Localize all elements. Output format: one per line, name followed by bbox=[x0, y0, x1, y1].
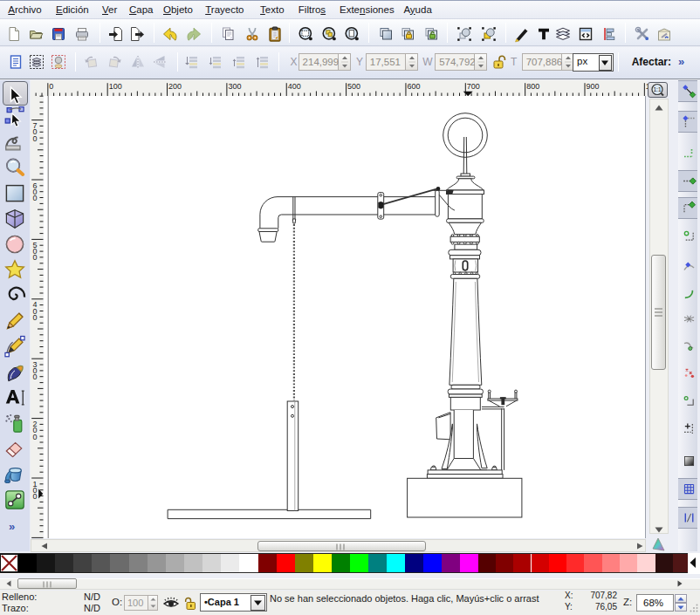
svg-text:1:1: 1:1 bbox=[653, 86, 661, 92]
svg-text:800: 800 bbox=[526, 82, 539, 91]
svg-text:0: 0 bbox=[33, 492, 38, 501]
svg-text:0: 0 bbox=[33, 253, 38, 262]
svg-text:500: 500 bbox=[347, 82, 360, 91]
svg-text:400: 400 bbox=[288, 82, 301, 91]
svg-text:0: 0 bbox=[33, 433, 38, 441]
svg-text:200: 200 bbox=[168, 82, 182, 91]
svg-text:900: 900 bbox=[587, 82, 600, 91]
svg-text:100: 100 bbox=[109, 82, 122, 91]
svg-text:0: 0 bbox=[33, 313, 38, 322]
svg-text:0: 0 bbox=[33, 194, 38, 202]
svg-text:300: 300 bbox=[228, 82, 241, 91]
svg-text:0: 0 bbox=[33, 134, 38, 143]
svg-text:0: 0 bbox=[33, 372, 38, 381]
svg-text:600: 600 bbox=[407, 82, 420, 91]
svg-text:700: 700 bbox=[467, 82, 480, 91]
svg-text:0: 0 bbox=[49, 82, 53, 91]
